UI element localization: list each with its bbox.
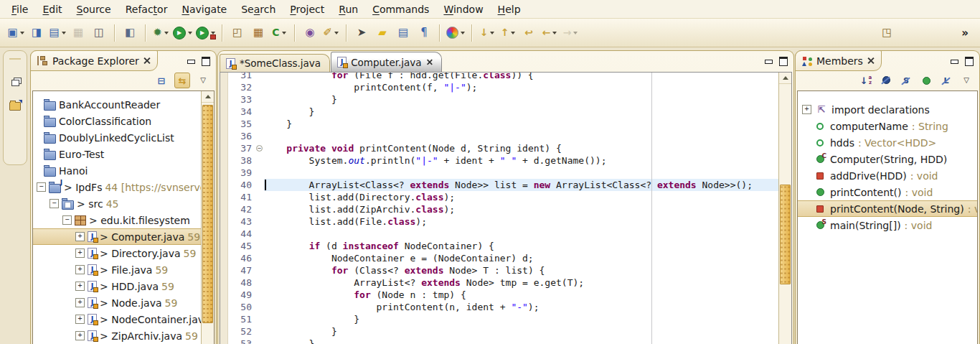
- print-button[interactable]: ◫: [89, 24, 109, 42]
- expander-icon[interactable]: +: [75, 298, 85, 307]
- new-view-button[interactable]: ◳: [877, 24, 897, 42]
- editor-scrollbar[interactable]: [778, 73, 791, 344]
- editor-tab-someclass-java[interactable]: J*SomeClass.java: [220, 54, 330, 72]
- code-line-44[interactable]: [264, 228, 778, 240]
- highlighter-button[interactable]: ▰: [372, 24, 392, 42]
- previous-annotation-button[interactable]: ↑: [498, 24, 518, 42]
- new-package-button[interactable]: ▦: [248, 24, 268, 42]
- tree-item-ziparchiv-java[interactable]: +J> ZipArchiv.java 59: [33, 327, 202, 344]
- hide-fields-button[interactable]: [879, 73, 893, 88]
- dropdown-arrow-icon[interactable]: [552, 32, 557, 34]
- package-explorer-scrollbar[interactable]: [201, 91, 214, 344]
- minimized-view-folder-icon[interactable]: [9, 102, 21, 111]
- hide-static-button[interactable]: S: [899, 73, 913, 88]
- color-palette-button[interactable]: [445, 24, 466, 42]
- dropdown-arrow-icon[interactable]: [334, 32, 339, 34]
- dropdown-arrow-icon[interactable]: [188, 32, 192, 34]
- editor-tab-computer-java[interactable]: JComputer.java: [331, 52, 441, 72]
- code-line-33[interactable]: }: [264, 93, 778, 106]
- tree-item-nodecontainer-java[interactable]: +J> NodeContainer.java 59: [33, 311, 202, 327]
- tree-item-hdd-java[interactable]: +J> HDD.java 59: [33, 278, 202, 294]
- code-text-area[interactable]: for (File f : hdd.get(File.class)) { pri…: [264, 73, 778, 344]
- new-class-button[interactable]: C: [269, 24, 289, 42]
- member-item-import-declarations[interactable]: +⇱import declarations: [798, 101, 977, 118]
- compare-button[interactable]: ◧: [120, 24, 140, 42]
- code-line-39[interactable]: [264, 167, 778, 179]
- close-icon[interactable]: [426, 60, 432, 65]
- code-line-36[interactable]: [264, 130, 778, 142]
- tree-item-colorclassification[interactable]: ColorClassification: [33, 113, 202, 129]
- debug-button[interactable]: ✹: [151, 24, 171, 42]
- member-item-computername[interactable]: computerName : String: [798, 118, 977, 134]
- view-tab-members[interactable]: Members: [795, 50, 882, 71]
- show-whitespace-button[interactable]: ¶: [414, 24, 434, 42]
- last-edit-location-button[interactable]: ↩: [519, 24, 539, 42]
- expander-icon[interactable]: +: [75, 315, 85, 324]
- expander-icon[interactable]: −: [37, 182, 46, 192]
- search-button[interactable]: ✐: [321, 24, 341, 42]
- code-line-46[interactable]: NodeContainer e = (NodeContainer) d;: [264, 252, 778, 264]
- code-line-40[interactable]: ArrayList<Class<? extends Node>> list = …: [264, 179, 778, 191]
- link-with-editor-button[interactable]: ⇆: [174, 73, 190, 88]
- maximize-button[interactable]: [965, 57, 974, 66]
- dropdown-arrow-icon[interactable]: [511, 32, 515, 34]
- code-line-52[interactable]: }: [264, 325, 778, 338]
- code-line-34[interactable]: }: [264, 106, 778, 118]
- collapse-all-button[interactable]: ⊟: [154, 73, 169, 88]
- code-line-51[interactable]: }: [264, 313, 778, 325]
- expander-icon[interactable]: −: [62, 215, 72, 225]
- menu-run[interactable]: Run: [331, 1, 365, 17]
- annotation-ruler[interactable]: [220, 73, 228, 344]
- code-line-42[interactable]: list.add(ZipArchiv.class);: [264, 203, 778, 215]
- tree-item-src[interactable]: −> src 45: [33, 195, 202, 212]
- dropdown-arrow-icon[interactable]: [20, 32, 24, 34]
- sort-button[interactable]: ↓az: [859, 73, 873, 88]
- code-line-53[interactable]: }: [264, 338, 778, 344]
- menu-edit[interactable]: Edit: [35, 1, 69, 17]
- member-item-main-string-[interactable]: Smain(String[]) : void: [798, 217, 977, 233]
- expander-icon[interactable]: +: [75, 232, 85, 241]
- dropdown-arrow-icon[interactable]: [282, 32, 286, 34]
- maximize-button[interactable]: [202, 57, 210, 66]
- hide-local-types-button[interactable]: L: [939, 73, 953, 88]
- restore-view-icon[interactable]: [11, 80, 19, 86]
- tree-item-euro-test[interactable]: Euro-Test: [33, 146, 202, 162]
- forward-button[interactable]: →: [560, 24, 580, 42]
- code-line-32[interactable]: printContent(f, "|-");: [264, 81, 778, 93]
- run-external-button[interactable]: ▶: [194, 24, 217, 42]
- scroll-up-button[interactable]: [779, 73, 791, 84]
- tree-item-doublylinkedcycliclist[interactable]: DoublyLinkedCyclicList: [33, 129, 202, 146]
- fold-column-cell[interactable]: −: [255, 145, 264, 157]
- member-item-hdds[interactable]: hdds : Vector<HDD>: [798, 134, 977, 151]
- new-wizard-button[interactable]: ▣: [6, 24, 26, 42]
- new-window-button[interactable]: ◨: [27, 24, 47, 42]
- code-line-37[interactable]: private void printContent(Node d, String…: [264, 142, 778, 154]
- tree-item-computer-java[interactable]: +J> Computer.java 59: [33, 228, 202, 245]
- menu-source[interactable]: Source: [70, 1, 118, 17]
- member-item-printcontent-node-string-[interactable]: printContent(Node, String) : void: [798, 200, 977, 217]
- toolbar-overflow-chevron[interactable]: »: [961, 27, 969, 39]
- code-line-50[interactable]: printContent(n, ident + "-");: [264, 301, 778, 313]
- code-line-49[interactable]: for (Node n : tmp) {: [264, 289, 778, 301]
- tree-item-file-java[interactable]: +J> File.java 59: [33, 261, 202, 278]
- close-icon[interactable]: [867, 57, 874, 64]
- menu-commands[interactable]: Commands: [365, 1, 436, 17]
- folding-ruler[interactable]: −: [255, 73, 264, 344]
- dropdown-arrow-icon[interactable]: [62, 32, 66, 34]
- view-menu-button[interactable]: ▽: [196, 73, 210, 88]
- expander-icon[interactable]: +: [75, 265, 85, 274]
- new-file-button[interactable]: ▤: [47, 24, 67, 42]
- show-selected-element-button[interactable]: ▤: [393, 24, 413, 42]
- scroll-up-button[interactable]: [202, 91, 214, 103]
- expander-icon[interactable]: +: [802, 105, 811, 114]
- tree-item-hanoi[interactable]: Hanoi: [33, 162, 202, 179]
- minimize-button[interactable]: [951, 60, 958, 64]
- minimize-button[interactable]: [187, 60, 195, 64]
- new-java-project-button[interactable]: ◰: [227, 24, 248, 42]
- view-menu-button[interactable]: ▽: [959, 73, 974, 88]
- minimize-button[interactable]: [765, 60, 773, 64]
- close-icon[interactable]: [143, 57, 150, 64]
- code-line-43[interactable]: list.add(File.class);: [264, 215, 778, 228]
- code-line-41[interactable]: list.add(Directory.class);: [264, 191, 778, 203]
- code-line-31[interactable]: for (File f : hdd.get(File.class)) {: [264, 73, 778, 81]
